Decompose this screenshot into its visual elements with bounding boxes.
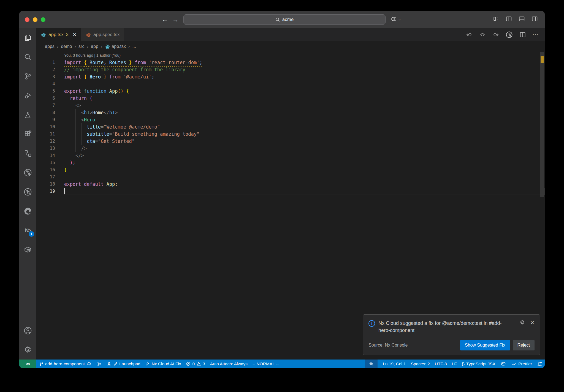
close-icon[interactable]: ✕ — [530, 320, 535, 326]
code-line-content[interactable]: return ( — [64, 95, 545, 102]
status-gitlens[interactable] — [94, 360, 104, 368]
code-line-content[interactable] — [64, 173, 545, 181]
activity-nx-console[interactable]: N> 1 — [19, 221, 36, 240]
activity-references[interactable] — [19, 144, 36, 163]
code-editor[interactable]: You, 3 hours ago | 1 author (You) 1impor… — [36, 52, 545, 360]
code-line[interactable]: 8 <h1>Home</h1> — [36, 109, 545, 116]
line-number[interactable]: 16 — [36, 166, 55, 173]
line-number[interactable]: 12 — [36, 138, 55, 145]
code-line[interactable]: 11 subtitle="Build something amazing tod… — [36, 130, 545, 138]
code-line-content[interactable]: </> — [64, 152, 545, 159]
line-number[interactable]: 14 — [36, 152, 55, 159]
toggle-primary-sidebar-button[interactable] — [505, 15, 512, 22]
account-menu[interactable] — [19, 321, 36, 340]
line-number[interactable]: 5 — [36, 88, 55, 95]
status-cursor-position[interactable]: Ln 19, Col 1 — [380, 360, 408, 368]
line-number[interactable]: 13 — [36, 145, 55, 152]
customize-layout-button[interactable] — [492, 15, 499, 22]
line-number[interactable]: 2 — [36, 66, 55, 73]
code-line[interactable]: 5export function App() { — [36, 88, 545, 95]
line-number[interactable]: 4 — [36, 80, 55, 88]
editor-scrollbar[interactable] — [539, 52, 545, 360]
activity-testing[interactable] — [19, 105, 36, 124]
copilot-menu[interactable]: ⌄ — [391, 16, 401, 22]
gitlens-file-history-icon[interactable] — [505, 31, 513, 39]
breadcrumb-item[interactable]: app — [91, 44, 98, 49]
activity-edge-tools[interactable] — [19, 202, 36, 221]
line-number[interactable]: 11 — [36, 130, 55, 138]
line-number[interactable]: 8 — [36, 109, 55, 116]
settings-menu[interactable] — [19, 340, 36, 360]
maximize-window-button[interactable] — [41, 17, 45, 22]
code-line[interactable]: 10 title="Welcmoe @acme/demo" — [36, 123, 545, 130]
activity-source-control[interactable] — [19, 67, 36, 86]
code-line[interactable]: 15 ); — [36, 159, 545, 166]
status-copilot[interactable] — [498, 360, 509, 368]
code-line-content[interactable] — [64, 80, 545, 88]
code-line-content[interactable]: <> — [64, 102, 545, 109]
code-line-content[interactable]: export function App() { — [64, 88, 545, 95]
code-line-content[interactable]: /> — [64, 145, 545, 152]
tab-app-tsx[interactable]: app.tsx 3 ✕ — [36, 28, 81, 41]
history-forward-button[interactable]: → — [171, 15, 180, 24]
scrollbar-slider[interactable] — [540, 52, 544, 197]
line-number[interactable]: 10 — [36, 123, 55, 130]
notification-settings-icon[interactable] — [519, 320, 525, 326]
history-back-button[interactable]: ← — [161, 15, 169, 24]
breadcrumb-item[interactable]: ... — [132, 44, 136, 49]
status-vim-mode[interactable]: -- NORMAL -- — [250, 360, 281, 368]
code-line[interactable]: 3import { Hero } from '@acme/ui'; — [36, 73, 545, 80]
status-encoding[interactable]: UTF-8 — [432, 360, 449, 368]
tab-app-spec-tsx[interactable]: app.spec.tsx — [81, 28, 124, 41]
reject-button[interactable]: Reject — [513, 340, 535, 350]
line-number[interactable]: 15 — [36, 159, 55, 166]
code-line[interactable]: 17 — [36, 173, 545, 181]
code-line-content[interactable]: import { Hero } from '@acme/ui'; — [64, 73, 545, 80]
code-line[interactable]: 1import { Route, Routes } from 'react-ro… — [36, 59, 545, 66]
next-change-icon[interactable] — [492, 31, 499, 38]
code-line[interactable]: 12 cta="Get Started" — [36, 138, 545, 145]
code-line-content[interactable]: // importing the component from the libr… — [64, 66, 545, 73]
minimize-window-button[interactable] — [33, 17, 37, 22]
status-branch[interactable]: add-hero-component — [36, 360, 94, 368]
line-number[interactable]: 3 — [36, 73, 55, 80]
code-line[interactable]: 13 /> — [36, 145, 545, 152]
line-number[interactable]: 17 — [36, 173, 55, 181]
line-number[interactable]: 1 — [36, 59, 55, 66]
status-indentation[interactable]: Spaces: 2 — [408, 360, 432, 368]
activity-gitlens-inspect[interactable] — [19, 182, 36, 202]
remote-indicator[interactable]: >< — [19, 360, 36, 368]
status-language-mode[interactable]: {} TypeScript JSX — [459, 360, 498, 368]
code-line[interactable]: 4 — [36, 80, 545, 88]
code-line[interactable]: 16} — [36, 166, 545, 173]
activity-explorer[interactable] — [19, 28, 36, 47]
status-formatter[interactable]: Prettier — [509, 360, 535, 368]
status-nx-cloud-fix[interactable]: Nx Cloud AI Fix — [143, 360, 184, 368]
code-line[interactable]: 18export default App; — [36, 181, 545, 188]
code-line-content[interactable]: <Hero — [64, 116, 545, 123]
code-line-content[interactable]: } — [64, 166, 545, 173]
activity-containers[interactable] — [19, 240, 36, 259]
line-number[interactable]: 19 — [36, 188, 55, 195]
line-number[interactable]: 7 — [36, 102, 55, 109]
close-icon[interactable]: ✕ — [73, 32, 77, 38]
toggle-panel-button[interactable] — [518, 15, 525, 22]
status-notifications[interactable] — [535, 360, 545, 368]
code-line-content[interactable] — [64, 188, 545, 195]
show-suggested-fix-button[interactable]: Show Suggested Fix — [460, 340, 510, 350]
code-line-content[interactable]: title="Welcmoe @acme/demo" — [64, 123, 545, 130]
line-number[interactable]: 9 — [36, 116, 55, 123]
line-number[interactable]: 6 — [36, 95, 55, 102]
activity-search[interactable] — [19, 47, 36, 67]
code-line-content[interactable]: ); — [64, 159, 545, 166]
command-center-search[interactable]: acme — [183, 14, 386, 25]
breadcrumb-item[interactable]: demo — [61, 44, 72, 49]
code-line-content[interactable]: <h1>Home</h1> — [64, 109, 545, 116]
activity-extensions[interactable] — [19, 124, 36, 144]
toggle-secondary-sidebar-button[interactable] — [531, 15, 538, 22]
code-line[interactable]: 7 <> — [36, 102, 545, 109]
status-auto-attach[interactable]: Auto Attach: Always — [208, 360, 250, 368]
more-actions-icon[interactable]: ⋯ — [532, 31, 539, 38]
line-number[interactable]: 18 — [36, 181, 55, 188]
activity-gitlens[interactable] — [19, 163, 36, 182]
